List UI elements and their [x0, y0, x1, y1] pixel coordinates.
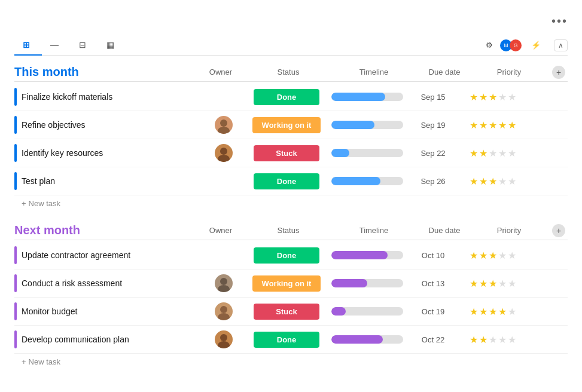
status-badge[interactable]: Working on it: [252, 117, 321, 133]
star-filled: ★: [470, 176, 478, 187]
timeline-bar: [331, 121, 403, 129]
status-cell[interactable]: Working on it: [248, 117, 325, 133]
status-badge[interactable]: Done: [254, 89, 319, 105]
app-container: ••• ⊞ ― ⊟ ▦ ⚙ M G: [0, 0, 582, 392]
status-cell[interactable]: Done: [248, 173, 325, 189]
star-filled: ★: [470, 91, 478, 103]
timeline-cell: [325, 251, 409, 259]
status-cell[interactable]: Stuck: [248, 304, 325, 320]
more-options-button[interactable]: •••: [551, 14, 568, 28]
star-empty: ★: [508, 148, 516, 159]
tabs-row: ⊞ ― ⊟ ▦ ⚙ M G ⚡: [14, 35, 568, 56]
task-name: Update contractor agreement: [22, 250, 130, 260]
collapse-button[interactable]: ∧: [554, 39, 568, 51]
tab-kanban[interactable]: ⊟: [71, 35, 98, 56]
col-header-status: Status: [249, 68, 327, 76]
star-empty: ★: [508, 250, 516, 261]
add-column-icon[interactable]: +: [552, 224, 565, 237]
section-bar: [14, 246, 17, 264]
timeline-bar: [331, 335, 403, 344]
task-name: Identify key resources: [22, 148, 103, 158]
star-filled: ★: [489, 306, 497, 317]
star-empty: ★: [498, 250, 507, 261]
star-empty: ★: [508, 334, 516, 345]
tab-timeline[interactable]: ―: [42, 35, 71, 56]
section-bar: [14, 88, 17, 106]
task-cell: Finalize kickoff materials: [14, 83, 200, 111]
status-cell[interactable]: Done: [248, 332, 325, 348]
table-row: Update contractor agreement Done Oct 10 …: [14, 241, 568, 270]
due-date-cell: Oct 10: [409, 251, 457, 260]
integrate-button[interactable]: ⚙ M G: [486, 39, 522, 51]
star-filled: ★: [479, 334, 487, 345]
add-row-button[interactable]: + New task: [14, 354, 568, 370]
star-filled: ★: [479, 148, 487, 159]
status-cell[interactable]: Stuck: [248, 145, 325, 161]
section-bar: [14, 330, 17, 348]
timeline-bar: [331, 93, 403, 101]
star-empty: ★: [508, 176, 516, 187]
main-table-icon: ⊞: [23, 40, 30, 50]
star-filled: ★: [479, 250, 487, 261]
automate-button[interactable]: ⚡: [531, 41, 544, 50]
section-bar: [14, 274, 17, 292]
star-filled: ★: [479, 306, 487, 317]
timeline-fill: [331, 251, 388, 259]
add-column-button[interactable]: +: [550, 224, 568, 237]
status-badge[interactable]: Done: [254, 247, 319, 264]
priority-cell: ★★★★★: [457, 148, 529, 159]
timeline-cell: [325, 335, 409, 344]
tabs-right: ⚙ M G ⚡ ∧: [486, 39, 568, 51]
table-row: Conduct a risk assessment Working on it …: [14, 270, 568, 298]
status-badge[interactable]: Done: [254, 173, 319, 189]
tab-dashboard[interactable]: ▦: [98, 35, 126, 56]
status-badge[interactable]: Working on it: [252, 275, 321, 292]
status-badge[interactable]: Done: [254, 332, 319, 348]
star-filled: ★: [489, 250, 497, 261]
timeline-cell: [325, 177, 409, 185]
star-filled: ★: [498, 120, 507, 131]
timeline-fill: [331, 121, 374, 129]
timeline-fill: [331, 177, 380, 185]
kanban-icon: ⊟: [79, 40, 86, 50]
col-header-priority: Priority: [473, 68, 545, 76]
timeline-fill: [331, 279, 367, 287]
status-badge[interactable]: Stuck: [254, 304, 319, 320]
star-filled: ★: [489, 278, 497, 289]
star-filled: ★: [479, 91, 487, 103]
status-cell[interactable]: Working on it: [248, 275, 325, 292]
add-column-button[interactable]: +: [550, 66, 568, 79]
status-cell[interactable]: Done: [248, 247, 325, 264]
task-cell: Identify key resources: [14, 139, 200, 167]
timeline-cell: [325, 93, 409, 101]
add-row-button[interactable]: + New task: [14, 195, 568, 212]
table-row: Test plan Done Sep 26 ★★★★★: [14, 167, 568, 195]
star-filled: ★: [479, 278, 487, 289]
timeline-bar: [331, 307, 403, 316]
section-bar: [14, 172, 17, 190]
star-filled: ★: [470, 250, 478, 261]
star-filled: ★: [470, 278, 478, 289]
status-badge[interactable]: Stuck: [254, 145, 319, 161]
task-cell: Develop communication plan: [14, 326, 200, 353]
tab-main-table[interactable]: ⊞: [14, 35, 42, 56]
timeline-cell: [325, 307, 409, 316]
add-tab-button[interactable]: [126, 41, 136, 50]
owner-cell: [200, 330, 248, 348]
owner-avatar: [215, 330, 233, 348]
due-date-cell: Oct 22: [409, 335, 457, 344]
priority-cell: ★★★★★: [457, 278, 529, 289]
star-filled: ★: [470, 148, 478, 159]
col-header-owner: Owner: [197, 68, 245, 76]
star-empty: ★: [489, 148, 497, 159]
task-name: Test plan: [22, 176, 55, 186]
add-column-icon[interactable]: +: [552, 66, 565, 79]
priority-cell: ★★★★★: [457, 306, 529, 317]
section-title: This month: [14, 65, 79, 79]
col-header-timeline: Timeline: [332, 226, 416, 235]
status-cell[interactable]: Done: [248, 89, 325, 105]
timeline-fill: [331, 307, 346, 316]
star-empty: ★: [489, 334, 497, 345]
star-filled: ★: [479, 176, 487, 187]
sections-container: This month Owner Status Timeline Due dat…: [14, 65, 568, 370]
